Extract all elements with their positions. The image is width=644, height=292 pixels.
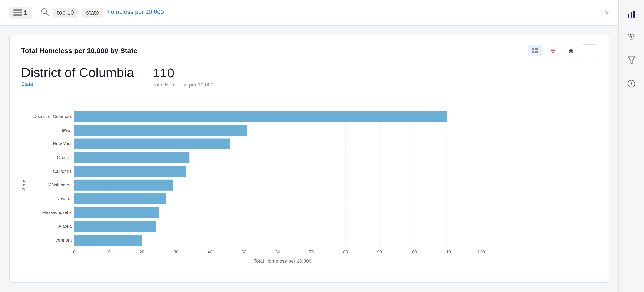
bar-alaska[interactable]	[74, 221, 156, 232]
svg-rect-6	[535, 48, 538, 50]
xtick-80: 80	[343, 250, 348, 254]
pin-icon	[568, 48, 574, 54]
label-massachusetts: Massachusetts	[42, 210, 72, 215]
more-button[interactable]: ···	[582, 44, 597, 57]
label-newyork: New York	[53, 141, 72, 146]
summary-state-value: District of Columbia	[21, 65, 134, 80]
db-icon[interactable]: 1	[9, 7, 32, 19]
search-token-state: state	[82, 8, 103, 18]
xtick-0: 0	[73, 250, 76, 254]
table-view-button[interactable]	[528, 45, 542, 56]
svg-point-41	[629, 34, 630, 36]
search-input[interactable]	[108, 8, 183, 17]
label-nevada: Nevada	[56, 196, 72, 201]
summary-metric-value: 110	[152, 65, 214, 80]
svg-line-4	[46, 13, 48, 15]
x-axis-label: Total Homeless per 10,000	[254, 258, 312, 264]
more-icon: ···	[586, 47, 593, 54]
chart-svg-container: State	[21, 97, 597, 273]
summary-metric-label: Total Homeless per 10,000	[152, 82, 214, 88]
sidebar-filter-lines-icon[interactable]	[624, 30, 638, 44]
chart-actions: ···	[528, 44, 597, 57]
close-button[interactable]: ×	[605, 8, 609, 17]
svg-rect-2	[14, 14, 22, 16]
chart-title: Total Homeless per 10,000 by State	[21, 47, 138, 55]
svg-text:i: i	[631, 81, 632, 86]
svg-rect-7	[532, 51, 534, 54]
filter-red-button[interactable]	[546, 45, 560, 56]
bar-massachusetts[interactable]	[74, 207, 159, 218]
svg-rect-0	[14, 9, 22, 11]
xtick-40: 40	[208, 250, 212, 254]
chart-wrapper: Total Homeless per 10,000 by State	[9, 35, 609, 283]
right-sidebar: i	[618, 0, 644, 292]
bar-oregon[interactable]	[74, 152, 190, 163]
bar-nevada[interactable]	[74, 194, 166, 204]
sort-arrow: ↓	[326, 258, 328, 264]
search-token-top10: top 10	[54, 8, 78, 18]
label-alaska: Alaska	[58, 224, 72, 228]
xtick-100: 100	[410, 250, 417, 254]
db-badge: 1	[24, 9, 28, 16]
search-icon	[41, 8, 49, 18]
pin-button[interactable]	[564, 45, 578, 56]
svg-point-3	[42, 8, 47, 14]
db-icon-svg	[14, 9, 22, 16]
xtick-110: 110	[444, 250, 451, 254]
chart-header: Total Homeless per 10,000 by State	[21, 44, 597, 57]
bar-vermont[interactable]	[74, 234, 142, 246]
label-vermont: Vermont	[55, 238, 72, 242]
xtick-70: 70	[309, 250, 314, 254]
svg-rect-37	[633, 11, 635, 18]
sidebar-info-icon[interactable]: i	[624, 77, 638, 91]
xtick-50: 50	[241, 250, 246, 254]
svg-rect-35	[628, 14, 629, 18]
sidebar-barchart-icon[interactable]	[624, 7, 638, 21]
summary-state-label: State	[21, 81, 134, 87]
label-dc: District of Columbia	[33, 114, 72, 119]
bar-hawaii[interactable]	[74, 124, 247, 136]
summary-card: District of Columbia State 110 Total Hom…	[21, 65, 597, 88]
summary-state: District of Columbia State	[21, 65, 134, 88]
label-hawaii: Hawaii	[58, 128, 72, 132]
y-axis-label: State	[21, 180, 26, 191]
xtick-20: 20	[140, 250, 144, 254]
table-icon	[532, 48, 538, 54]
svg-rect-5	[532, 48, 534, 50]
svg-rect-1	[14, 12, 22, 14]
xtick-10: 10	[106, 250, 111, 254]
xtick-120: 120	[478, 250, 485, 254]
svg-rect-36	[630, 12, 632, 18]
label-washington: Washington	[48, 182, 72, 188]
main-content: 1 top 10 state × Total Homeless per 10,0…	[0, 0, 618, 292]
summary-metric: 110 Total Homeless per 10,000	[152, 65, 214, 88]
xtick-30: 30	[174, 250, 178, 254]
search-bar: 1 top 10 state ×	[0, 0, 618, 26]
label-oregon: Oregon	[57, 155, 72, 160]
bar-washington[interactable]	[74, 180, 173, 191]
bar-newyork[interactable]	[74, 138, 230, 150]
label-california: California	[53, 169, 72, 174]
svg-point-42	[632, 36, 633, 38]
xtick-60: 60	[275, 250, 280, 254]
svg-rect-8	[535, 51, 538, 54]
bar-dc[interactable]	[74, 111, 447, 122]
xtick-90: 90	[377, 250, 382, 254]
bar-chart-svg: State	[21, 97, 597, 273]
filter-red-icon	[550, 48, 556, 54]
sidebar-funnel-icon[interactable]	[624, 54, 638, 68]
bar-california[interactable]	[74, 166, 186, 177]
